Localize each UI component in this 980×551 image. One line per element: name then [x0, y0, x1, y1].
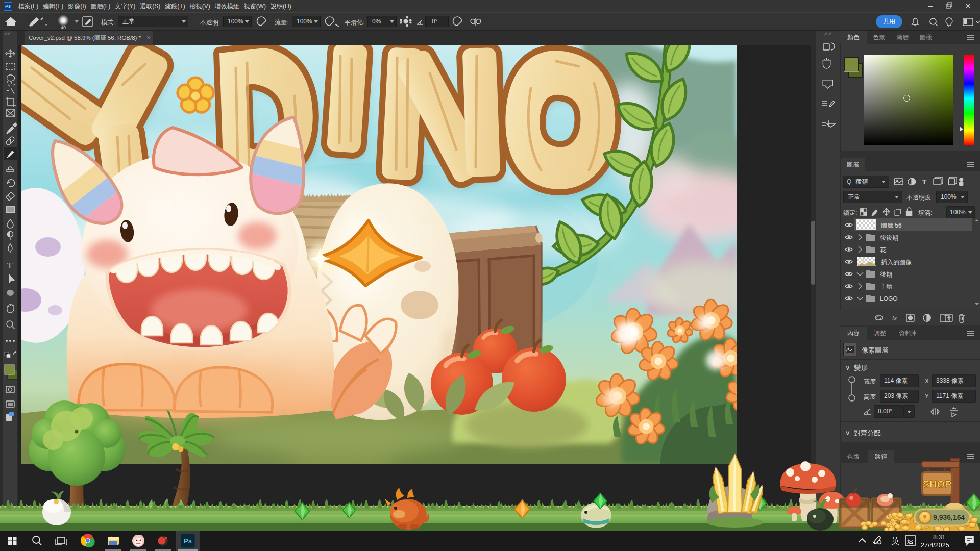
svg-text:fx: fx [892, 315, 897, 322]
svg-text:英: 英 [891, 536, 900, 546]
svg-text:40: 40 [61, 25, 66, 30]
svg-text:插入的圖像: 插入的圖像 [881, 259, 912, 266]
svg-text:後期: 後期 [880, 271, 892, 278]
svg-text:圖層 56: 圖層 56 [881, 222, 902, 229]
svg-text:Ps: Ps [184, 537, 192, 545]
svg-text:主體: 主體 [880, 283, 892, 290]
svg-text:速: 速 [907, 537, 914, 545]
svg-text:T: T [7, 261, 13, 270]
svg-text:27/4/2025: 27/4/2025 [921, 542, 949, 549]
svg-text:T: T [922, 178, 927, 186]
svg-text:花: 花 [880, 246, 886, 254]
svg-text:9,936,164: 9,936,164 [933, 513, 965, 521]
svg-text:LOGO: LOGO [880, 295, 898, 303]
svg-text:8:31: 8:31 [933, 534, 945, 541]
svg-text:後後期: 後後期 [880, 234, 898, 241]
svg-text:SHOP: SHOP [923, 479, 952, 490]
